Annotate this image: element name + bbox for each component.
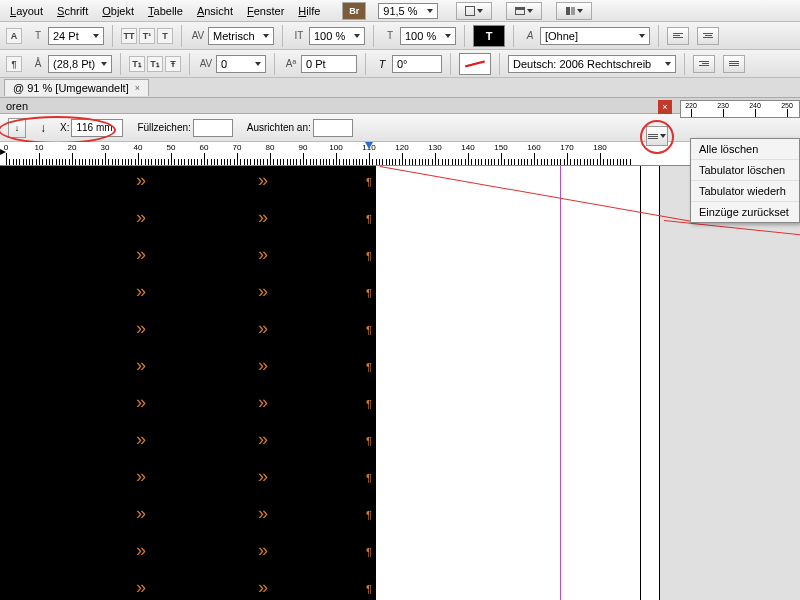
menu-objekt[interactable]: Objekt xyxy=(96,3,140,19)
page: Land»Währung»1 Euro =¶elgien»Franc»40,33… xyxy=(0,166,660,600)
control-bar-paragraph: ¶ Å(28,8 Pt) T₁T₁Ŧ AV0 Aª0 Pt T0° Deutsc… xyxy=(0,50,800,78)
hscale-field[interactable]: 100 % xyxy=(400,27,456,45)
down-arrow-icon: ↓ xyxy=(40,121,46,135)
align-center-button[interactable] xyxy=(697,27,719,45)
menu-schrift[interactable]: Schrift xyxy=(51,3,94,19)
arrange-button[interactable] xyxy=(556,2,592,20)
tab-align-label: Ausrichten an: xyxy=(247,122,311,133)
view-options-1[interactable] xyxy=(456,2,492,20)
table-row: rtugal»Escudo»200,482¶ xyxy=(0,540,376,577)
bridge-button[interactable]: Br xyxy=(342,2,366,20)
skew-field[interactable]: 0° xyxy=(392,55,442,73)
menu-tabelle[interactable]: Tabelle xyxy=(142,3,189,19)
position-buttons[interactable]: T₁T₁Ŧ xyxy=(129,56,181,72)
control-bar-character: A T24 Pt TTT¹T AVMetrisch IT100 % T100 %… xyxy=(0,22,800,50)
hscale-icon: T xyxy=(382,28,398,44)
menu-item[interactable]: Tabulator löschen xyxy=(691,160,799,181)
tracking-field[interactable]: 0 xyxy=(216,55,266,73)
menu-bar: LLayoutayout Schrift Objekt Tabelle Ansi… xyxy=(0,0,800,22)
baseline-field[interactable]: 0 Pt xyxy=(301,55,357,73)
menu-ansicht[interactable]: Ansicht xyxy=(191,3,239,19)
justify-button[interactable] xyxy=(723,55,745,73)
charstyle-icon: A xyxy=(522,28,538,44)
screen-mode-button[interactable] xyxy=(506,2,542,20)
tab-align-type-button[interactable]: ↓ xyxy=(8,118,26,138)
top-page-ruler: 220230240250 xyxy=(680,100,800,118)
tracking-icon: AV xyxy=(198,56,214,72)
close-icon[interactable]: × xyxy=(135,83,140,93)
menu-item[interactable]: Tabulator wiederh xyxy=(691,181,799,202)
language-field[interactable]: Deutsch: 2006 Rechtschreib xyxy=(508,55,676,73)
table-row: ankreich»Franc»6,55957¶ xyxy=(0,318,376,355)
chevron-down-icon xyxy=(477,9,483,13)
document-area: Land»Währung»1 Euro =¶elgien»Franc»40,33… xyxy=(0,166,800,600)
font-size-icon: T xyxy=(30,28,46,44)
table-row: sterreich»Schilling»13,7603¶ xyxy=(0,503,376,540)
menu-fenster[interactable]: Fenster xyxy=(241,3,290,19)
kerning-icon: AV xyxy=(190,28,206,44)
vscale-icon: IT xyxy=(291,28,307,44)
para-format-toggle[interactable]: ¶ xyxy=(6,56,22,72)
margin-guide xyxy=(640,166,641,600)
document-tab-bar: @ 91 % [Umgewandelt]× xyxy=(0,78,800,98)
chevron-down-icon xyxy=(527,9,533,13)
table-row: anien»Peseta»166,386¶ xyxy=(0,577,376,600)
table-row: eutschland»Mark»1,95583¶ xyxy=(0,244,376,281)
leading-field[interactable]: (28,8 Pt) xyxy=(48,55,112,73)
text-frame[interactable]: Land»Währung»1 Euro =¶elgien»Franc»40,33… xyxy=(0,166,376,600)
table-row: lien»Lira»1936,27¶ xyxy=(0,429,376,466)
menu-hilfe[interactable]: Hilfe xyxy=(292,3,326,19)
leading-icon: Å xyxy=(30,56,46,72)
column-guide xyxy=(560,166,561,600)
tab-align-field[interactable] xyxy=(313,119,353,137)
zoom-field[interactable]: 91,5 % xyxy=(378,3,438,19)
menu-item[interactable]: Einzüge zurückset xyxy=(691,202,799,222)
tabs-panel-menu: Alle löschenTabulator löschenTabulator w… xyxy=(690,138,800,223)
charstyle-field[interactable]: [Ohne] xyxy=(540,27,650,45)
char-format-toggle[interactable]: A xyxy=(6,28,22,44)
font-size-field[interactable]: 24 Pt xyxy=(48,27,104,45)
baseline-icon: Aª xyxy=(283,56,299,72)
chevron-down-icon xyxy=(660,134,666,138)
chevron-down-icon xyxy=(577,9,583,13)
tab-marker[interactable] xyxy=(365,142,373,149)
skew-icon: T xyxy=(374,56,390,72)
vscale-field[interactable]: 100 % xyxy=(309,27,365,45)
align-right-button[interactable] xyxy=(693,55,715,73)
menu-item[interactable]: Alle löschen xyxy=(691,139,799,160)
table-row: xemburg»Franc»40,3399¶ xyxy=(0,466,376,503)
table-row: nland»Mark»5,94573¶ xyxy=(0,281,376,318)
document-tab[interactable]: @ 91 % [Umgewandelt]× xyxy=(4,79,149,96)
tabs-panel-controls: ↓ ↓ X: Füllzeichen: Ausrichten an: xyxy=(0,114,800,142)
tab-fill-label: Füllzeichen: xyxy=(137,122,190,133)
panel-close-button[interactable]: × xyxy=(658,100,672,114)
tab-fill-field[interactable] xyxy=(193,119,233,137)
stroke-swatch[interactable] xyxy=(459,53,491,75)
table-row: and»Pfund»0,787564¶ xyxy=(0,392,376,429)
menu-layout[interactable]: LLayoutayout xyxy=(4,3,49,19)
tab-ruler[interactable]: 0102030405060708090100110120130140150160… xyxy=(0,142,800,166)
table-row: olland»Gulden»2,20371¶ xyxy=(0,355,376,392)
typecase-buttons[interactable]: TTT¹T xyxy=(121,28,173,44)
kerning-field[interactable]: Metrisch xyxy=(208,27,274,45)
panel-menu-button[interactable] xyxy=(646,126,668,146)
tab-x-label: X: xyxy=(60,122,69,133)
fill-swatch[interactable]: T xyxy=(473,25,505,47)
align-left-button[interactable] xyxy=(667,27,689,45)
table-row: Land»Währung»1 Euro =¶ xyxy=(0,170,376,207)
tab-x-field[interactable] xyxy=(71,119,123,137)
table-row: elgien»Franc»40,3399¶ xyxy=(0,207,376,244)
chevron-down-icon xyxy=(427,9,433,13)
